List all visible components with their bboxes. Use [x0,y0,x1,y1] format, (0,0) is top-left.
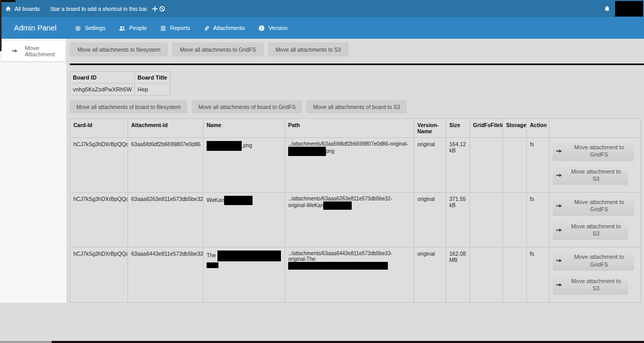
row-button-label: Move attachment to S3 [567,168,625,183]
divider [70,64,644,65]
move-attachment-to-s3-button[interactable]: Move attachment to S3 [553,165,628,185]
info-icon [258,24,265,32]
cell-text: ../attachments/63aa5fd6df2b6699807e0d86-… [288,141,408,147]
move-all-attachments-of-board-to-filesystem-button[interactable]: Move all attachments of board to filesys… [70,100,187,114]
redacted-text [288,147,326,156]
sidebar: Move Attachment [0,39,67,303]
arrow-right-icon [556,281,562,288]
move-all-attachments-to-s3-button[interactable]: Move all attachments to S3 [268,42,349,57]
storage-cell [503,247,527,302]
screen: All boards Star a board to add a shortcu… [0,0,644,343]
board-title-cell: Hep [135,84,170,96]
nav-label-attachments: Attachments [213,25,245,31]
move-attachment-to-s3-button[interactable]: Move attachment to S3 [553,220,628,240]
name-cell: The [203,247,285,302]
shortcut-hint-text: Star a board to add a shortcut in this b… [50,6,148,12]
redacted-text [224,196,253,205]
row-actions-cell: Move attachment to GridFSMove attachment… [549,247,641,302]
paperclip-icon [203,24,210,31]
move-all-attachments-of-board-to-gridfs-button[interactable]: Move all attachments of board to GridFS [192,100,303,114]
board-table-header: Board ID [70,72,135,84]
row-actions-cell: Move attachment to GridFSMove attachment… [549,193,641,247]
cell-text: WeKan [207,197,224,203]
storage-cell [503,138,527,193]
row-button-label: Move attachment to GridFS [567,198,631,213]
sidebar-item-move-attachment[interactable]: Move Attachment [1,40,66,61]
move-all-attachments-to-gridfs-button[interactable]: Move all attachments to GridFS [172,42,263,57]
board-id-cell: vnhg5KsZsdPwXRh5W [70,84,135,96]
move-icon [152,5,158,12]
move-attachment-to-s3-button[interactable]: Move attachment to S3 [553,275,628,295]
row-button-label: Move attachment to GridFS [567,144,631,159]
attachment-id-cell: 63aa5fd6df2b6699807e0d86 [128,138,203,193]
gear-icon [75,24,81,31]
attachments-table: Card-IdAttachment-IdNamePathVersion-Name… [70,118,641,303]
nav-attachments[interactable]: Attachments [203,24,245,31]
arrow-right-icon [556,148,562,155]
nav-label-version: Version [269,25,288,31]
nav-settings[interactable]: Settings [75,24,105,31]
users-icon [119,24,125,31]
cell-text: The [307,256,316,262]
action-cell: fs [527,193,549,247]
row-button-label: Move attachment to S3 [567,223,625,238]
action-cell: fs [527,247,549,302]
top-bar-right [604,1,644,17]
card-id-cell: hCJ7kSg3hDXrBpQQa [70,138,128,193]
version-name-cell: original [414,138,446,193]
gridfs-file-id-cell [470,138,503,193]
top-bar: All boards Star a board to add a shortcu… [0,0,644,17]
arrow-right-icon [556,226,562,233]
path-cell: ../attachments/63aa5fd6df2b6699807e0d86-… [285,138,414,193]
nav-reports[interactable]: Reports [160,24,190,31]
all-boards-link[interactable]: All boards [5,5,40,12]
arrow-right-icon [556,257,562,264]
arrow-right-icon [11,48,18,54]
cell-text: The [207,253,217,259]
attachment-id-cell: 63aaa6443e811e573db5be33 [128,247,203,302]
top-bar-right-icons [604,4,610,13]
column-header-size: Size [446,119,470,138]
screen-artifact-top [0,0,15,2]
board-table-row: vnhg5KsZsdPwXRh5WHep [70,84,170,96]
nav-label-reports: Reports [170,25,190,31]
nav-version[interactable]: Version [258,24,288,32]
column-header-gridfsfileid: GridFsFileId [470,119,503,138]
column-header-empty [549,119,641,138]
home-icon [5,5,11,12]
row-button-label: Move attachment to GridFS [567,253,631,268]
redacted-text [323,201,352,210]
gridfs-file-id-cell [470,193,503,247]
size-cell: 162.08 MB [446,247,470,302]
move-attachment-to-gridfs-button[interactable]: Move attachment to GridFS [553,196,634,216]
move-attachment-to-gridfs-button[interactable]: Move attachment to GridFS [553,141,634,161]
screen-artifact-left [0,0,2,51]
attachment-row: hCJ7kSg3hDXrBpQQa63aaa6443e811e573db5be3… [70,247,641,302]
board-table-header: Board Title [135,72,170,84]
column-header-attachment-id: Attachment-Id [128,119,203,138]
cell-text: .png [242,142,252,148]
size-cell: 164.12 kB [446,138,470,193]
name-cell: WeKan [203,193,285,247]
column-header-path: Path [285,119,414,138]
move-attachment-to-gridfs-button[interactable]: Move attachment to GridFS [553,251,634,271]
redacted-text [217,251,281,261]
name-cell: .png [203,138,285,193]
arrow-right-icon [556,202,562,210]
move-all-attachments-to-filesystem-button[interactable]: Move all attachments to filesystem [70,42,168,57]
column-header-storage: Storage [503,119,527,138]
cell-text: WeKan [307,202,324,208]
attachment-row: hCJ7kSg3hDXrBpQQa63aaa6263e811e573db5be3… [70,193,641,247]
nav-people[interactable]: People [119,24,147,31]
move-all-attachments-of-board-to-s3-button[interactable]: Move all attachments of board to S3 [306,100,406,114]
card-id-cell: hCJ7kSg3hDXrBpQQa [70,193,128,247]
redacted-text [207,141,242,151]
column-header-action: Action [527,119,549,138]
avatar[interactable] [615,1,643,17]
row-button-label: Move attachment to S3 [567,277,625,292]
nav-label-settings: Settings [85,25,105,31]
bell-icon[interactable] [604,4,610,13]
screen-artifact-bottom [0,341,644,343]
cell-text: png [326,148,335,154]
attachment-row: hCJ7kSg3hDXrBpQQa63aa5fd6df2b6699807e0d8… [70,138,641,193]
